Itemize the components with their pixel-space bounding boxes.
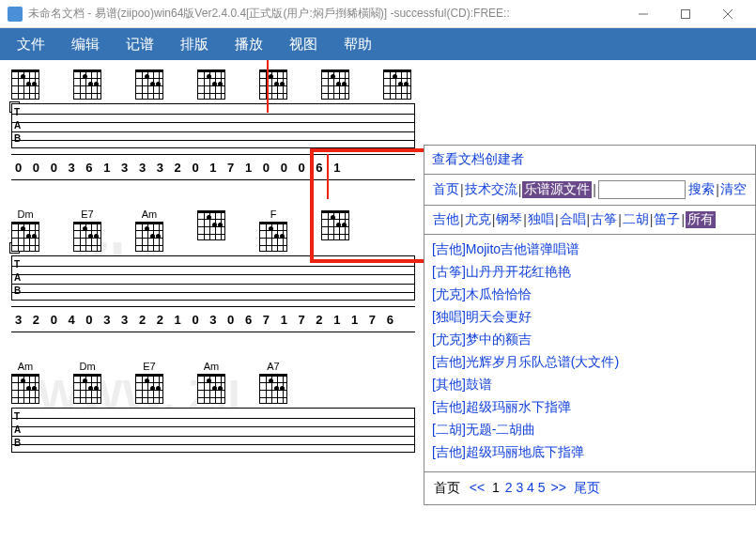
number-notation-row[interactable]: 0 0 0 3 6 1 3 3 3 2 0 1 7 1 0 0 0 6 1 (11, 154, 415, 180)
menu-排版[interactable]: 排版 (167, 28, 222, 61)
pager-page-2[interactable]: 2 (505, 480, 513, 495)
chord-row: AmDmE7AmA7 (11, 361, 423, 404)
chord-diagram[interactable] (197, 68, 225, 100)
side-panel: 查看文档创建者 首页| 技术交流| 乐谱源文件| 搜索| 清空 吉他|尤克|钢琴… (424, 145, 756, 505)
pager-last[interactable]: 尾页 (574, 480, 600, 495)
category-吉他[interactable]: 吉他 (433, 211, 459, 228)
number-notation-row[interactable]: 3 2 0 4 0 3 3 2 2 1 0 3 0 6 7 1 7 2 1 1 … (11, 306, 415, 332)
window-controls (622, 0, 748, 28)
song-link[interactable]: [吉他]超级玛丽地底下指弹 (432, 444, 584, 459)
pager-next[interactable]: >> (550, 480, 565, 495)
chord-label: A7 (267, 361, 279, 372)
chord-diagram[interactable]: Am (197, 361, 225, 404)
menu-文件[interactable]: 文件 (4, 28, 58, 61)
song-list-item: [吉他]Mojito吉他谱弹唱谱 (432, 239, 748, 261)
category-独唱[interactable]: 独唱 (528, 211, 554, 228)
nav-row: 首页| 技术交流| 乐谱源文件| 搜索| 清空 (424, 175, 755, 206)
song-link[interactable]: [二胡]无题-二胡曲 (432, 422, 535, 437)
chord-diagram[interactable] (321, 68, 349, 100)
category-钢琴[interactable]: 钢琴 (496, 211, 522, 228)
category-二胡[interactable]: 二胡 (623, 211, 649, 228)
chord-diagram[interactable]: Am (11, 361, 39, 404)
pager-home: 首页 (434, 480, 460, 495)
menu-视图[interactable]: 视图 (276, 28, 331, 61)
chord-label: F (270, 208, 277, 220)
song-list-item: [古筝]山丹丹开花红艳艳 (432, 261, 748, 284)
chord-diagram[interactable] (73, 68, 101, 100)
nav-search[interactable]: 搜索 (688, 181, 715, 198)
song-list-item: [独唱]明天会更好 (432, 306, 748, 329)
chord-diagram[interactable]: Dm (73, 361, 101, 404)
song-link[interactable]: [独唱]明天会更好 (432, 309, 532, 324)
song-list-item: [吉他]超级玛丽地底下指弹 (432, 441, 748, 464)
song-link[interactable]: [尤克]木瓜恰恰恰 (432, 286, 532, 301)
titlebar: 未命名文档 - 易谱(ziipoo)win64版Ver2.4.0.4[正式版(用… (0, 0, 756, 28)
close-button[interactable] (706, 0, 748, 28)
chord-label: Dm (17, 208, 33, 220)
song-list-item: [吉他]超级玛丽水下指弹 (432, 396, 748, 419)
song-link[interactable]: [吉他]光辉岁月乐队总谱(大文件) (432, 354, 619, 369)
nav-score-source[interactable]: 乐谱源文件 (522, 181, 592, 198)
chord-diagram[interactable]: E7 (73, 208, 101, 252)
song-link[interactable]: [尤克]梦中的额吉 (432, 332, 532, 347)
chord-diagram[interactable] (135, 68, 163, 100)
pager: 首页 << 1 2 3 4 5 >> 尾页 (424, 472, 755, 504)
song-list: [吉他]Mojito吉他谱弹唱谱[古筝]山丹丹开花红艳艳[尤克]木瓜恰恰恰[独唱… (424, 235, 755, 472)
pager-page-4[interactable]: 4 (527, 480, 534, 495)
chord-diagram[interactable]: A7 (259, 361, 287, 404)
tab-staff[interactable]: TAB (11, 255, 415, 301)
menu-编辑[interactable]: 编辑 (58, 28, 113, 61)
menu-帮助[interactable]: 帮助 (331, 28, 385, 61)
chord-label: Dm (79, 361, 95, 372)
song-list-item: [二胡]无题-二胡曲 (432, 419, 748, 441)
nav-tech[interactable]: 技术交流 (465, 181, 517, 198)
content-area: ZI WWW. ZII 1TAB0 0 0 3 6 1 3 3 3 2 0 1 … (0, 60, 756, 540)
nav-home[interactable]: 首页 (433, 181, 459, 198)
pager-current: 1 (492, 480, 500, 495)
app-logo-icon (8, 7, 23, 22)
category-古筝[interactable]: 古筝 (591, 211, 617, 228)
chord-diagram[interactable]: Am (135, 208, 163, 252)
pager-prev[interactable]: << (470, 480, 485, 495)
chord-diagram[interactable]: Dm (11, 208, 39, 252)
chord-label: Am (18, 361, 34, 372)
menu-播放[interactable]: 播放 (222, 28, 276, 61)
category-尤克[interactable]: 尤克 (465, 211, 491, 228)
minimize-button[interactable] (622, 0, 664, 28)
nav-clear[interactable]: 清空 (720, 181, 747, 198)
pager-page-5[interactable]: 5 (538, 480, 546, 495)
chord-diagram[interactable] (197, 208, 225, 252)
category-笛子[interactable]: 笛子 (654, 211, 680, 228)
maximize-button[interactable] (664, 0, 706, 28)
playhead-marker (267, 60, 269, 113)
category-row: 吉他|尤克|钢琴|独唱|合唱|古筝|二胡|笛子|所有 (424, 206, 755, 235)
chord-diagram[interactable] (383, 68, 411, 100)
song-list-item: [尤克]梦中的额吉 (432, 329, 748, 351)
chord-label: E7 (143, 361, 155, 372)
playhead-marker (327, 154, 329, 199)
creator-link[interactable]: 查看文档创建者 (432, 151, 524, 168)
menu-记谱[interactable]: 记谱 (113, 28, 167, 61)
window-title: 未命名文档 - 易谱(ziipoo)win64版Ver2.4.0.4[正式版(用… (28, 6, 622, 22)
song-list-item: [吉他]光辉岁月乐队总谱(大文件) (432, 351, 748, 374)
category-合唱[interactable]: 合唱 (560, 211, 586, 228)
chord-diagram[interactable] (321, 208, 349, 252)
chord-diagram[interactable] (259, 68, 287, 100)
song-link[interactable]: [古筝]山丹丹开花红艳艳 (432, 264, 571, 279)
pager-page-3[interactable]: 3 (516, 480, 523, 495)
category-所有[interactable]: 所有 (686, 211, 716, 228)
song-link[interactable]: [吉他]Mojito吉他谱弹唱谱 (432, 241, 579, 256)
chord-diagram[interactable]: F (259, 208, 287, 252)
creator-row: 查看文档创建者 (424, 146, 755, 175)
song-list-item: [其他]鼓谱 (432, 374, 748, 396)
song-link[interactable]: [吉他]超级玛丽水下指弹 (432, 399, 571, 414)
tab-staff[interactable]: TAB (11, 103, 415, 148)
song-link[interactable]: [其他]鼓谱 (432, 377, 492, 392)
score-canvas[interactable]: ZI WWW. ZII 1TAB0 0 0 3 6 1 3 3 3 2 0 1 … (0, 60, 423, 540)
tab-staff[interactable]: TAB (11, 408, 415, 453)
song-list-item: [尤克]木瓜恰恰恰 (432, 284, 748, 306)
chord-label: Am (204, 361, 220, 372)
chord-diagram[interactable] (11, 68, 39, 100)
search-input[interactable] (598, 180, 686, 199)
chord-diagram[interactable]: E7 (135, 361, 163, 404)
